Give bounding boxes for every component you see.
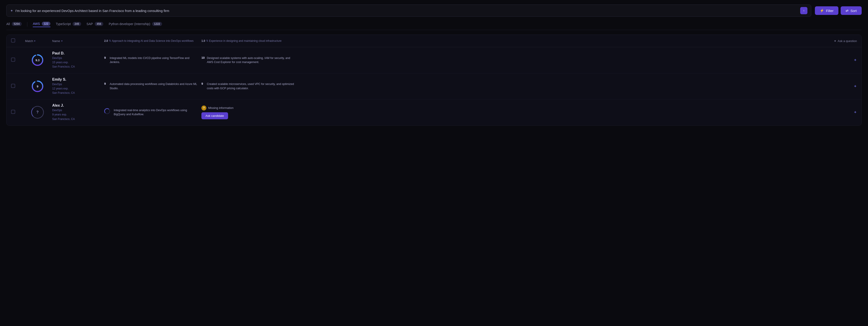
tab-aws[interactable]: AWS 122 (33, 22, 50, 27)
tab-all[interactable]: All 5204 (6, 22, 22, 27)
score-ring-svg-paul: 9.3 (31, 54, 44, 66)
table-row: ? Alex J. DevOps 9 years exp. San Franci… (6, 99, 862, 125)
emily-info: Emily S. DevOps 12 years exp. San Franci… (52, 77, 102, 95)
tab-all-label: All (6, 22, 10, 26)
match-chevron-icon: ▾ (34, 39, 35, 42)
select-emily-checkbox[interactable] (11, 84, 15, 88)
paul-col2: 10 Designed scalable systems with auto-s… (202, 56, 296, 65)
search-text[interactable]: I'm looking for an experienced DevOps Ar… (16, 9, 798, 13)
ask-question-header[interactable]: ✦ Ask a question (299, 39, 857, 43)
checkbox-cell-paul (11, 58, 23, 63)
alex-exp: 9 years exp. (52, 112, 102, 117)
tab-typescript-label: TypeScript (56, 22, 71, 26)
emily-role: DevOps (52, 82, 102, 87)
tab-sap-label: SAP (87, 22, 93, 26)
emily-score-text: 9 (37, 85, 38, 88)
name-label: Name (52, 39, 60, 43)
paul-name: Paul D. (52, 51, 102, 55)
sort-button[interactable]: ⇄ Sort (841, 6, 862, 15)
tab-aws-badge: 122 (42, 22, 51, 26)
tab-aws-label: AWS (33, 22, 40, 26)
score-ring-svg-emily: 9 (31, 80, 44, 93)
paul-col1-text: Integrated ML models into CI/CD pipeline… (110, 56, 199, 65)
emily-location: San Francisco, CA (52, 91, 102, 95)
alex-col2: ? Missing information Ask candidate (202, 105, 296, 119)
ask-candidate-button[interactable]: Ask candidate (202, 112, 228, 119)
score-ring-paul: 9.3 (25, 54, 50, 66)
emily-exp: 12 years exp. (52, 87, 102, 91)
checkbox-cell-alex (11, 110, 23, 115)
filter-label: Filter (826, 9, 833, 13)
header-checkbox-cell (11, 38, 23, 43)
match-label: Match (25, 39, 33, 43)
wand-header-icon: ✦ (834, 39, 836, 43)
emily-col1-text: Automated data processing workflows usin… (110, 82, 199, 91)
paul-exp: 15 years exp. (52, 60, 102, 65)
col2-sort-icon: ⇅ (206, 39, 208, 42)
header-name[interactable]: Name ▾ (52, 39, 102, 43)
filter-icon: ⚡ (820, 8, 824, 13)
col2-score: 1.0 (202, 39, 205, 43)
emily-name: Emily S. (52, 77, 102, 82)
col1-label: Approach to integrating AI and Data Scie… (112, 39, 194, 43)
tab-all-badge: 5204 (12, 22, 22, 26)
alex-missing-row: ? Missing information (202, 105, 234, 110)
alex-name: Alex J. (52, 103, 102, 107)
magic-wand-icon: ✦ (854, 84, 857, 89)
score-ring-alex: ? (25, 106, 50, 119)
header-match[interactable]: Match ▾ (25, 39, 50, 43)
tab-sap-badge: 456 (95, 22, 103, 26)
emily-col1-score: 9 (104, 82, 108, 86)
select-paul-checkbox[interactable] (11, 58, 15, 62)
alex-location: San Francisco, CA (52, 117, 102, 121)
col1-score: 2.0 (104, 39, 108, 43)
sort-icon: ⇄ (846, 8, 848, 13)
tabs-row: All 5204 AWS 122 TypeScript 245 SAP 456 … (6, 22, 862, 30)
paul-col2-score: 10 (202, 56, 205, 59)
paul-magic-button[interactable]: ✦ (299, 58, 857, 63)
score-ring-emily: 9 (25, 80, 50, 93)
paul-col1-score: 9 (104, 56, 108, 59)
header-col2: 1.0 ⇅ Experience in designing and mainta… (202, 39, 296, 43)
paul-info: Paul D. DevOps 15 years exp. San Francis… (52, 51, 102, 69)
col2-label: Experience in designing and maintaining … (209, 39, 282, 43)
magic-wand-icon: ✦ (854, 110, 857, 115)
paul-col2-text: Designed scalable systems with auto-scal… (207, 56, 296, 65)
select-alex-checkbox[interactable] (11, 110, 15, 114)
emily-magic-button[interactable]: ✦ (299, 84, 857, 89)
wand-icon: ✦ (10, 8, 13, 13)
checkbox-cell-emily (11, 84, 23, 89)
tab-typescript[interactable]: TypeScript 245 (56, 22, 81, 27)
tab-sap[interactable]: SAP 456 (87, 22, 103, 27)
alex-info: Alex J. DevOps 9 years exp. San Francisc… (52, 103, 102, 121)
name-chevron-icon: ▾ (61, 39, 63, 42)
search-submit-button[interactable]: ↑ (800, 7, 807, 14)
warning-icon: ? (202, 105, 206, 110)
paul-col1: 9 Integrated ML models into CI/CD pipeli… (104, 56, 199, 65)
filter-button[interactable]: ⚡ Filter (815, 6, 838, 15)
magic-wand-icon: ✦ (854, 58, 857, 63)
tab-python-label: Python developer (Internship) (109, 22, 150, 26)
paul-location: San Francisco, CA (52, 65, 102, 69)
table-row: 9.3 Paul D. DevOps 15 years exp. San Fra… (6, 47, 862, 73)
search-row: ✦ I'm looking for an experienced DevOps … (6, 4, 862, 17)
ask-question-label: Ask a question (838, 39, 857, 43)
emily-col2-text: Created scalable microservices, used VPC… (207, 82, 296, 91)
emily-col2: 9 Created scalable microservices, used V… (202, 82, 296, 91)
header-col1: 2.0 ⇅ Approach to integrating AI and Dat… (104, 39, 199, 43)
tab-python[interactable]: Python developer (Internship) 1222 (109, 22, 162, 27)
tab-divider (27, 22, 27, 27)
missing-info-text: Missing information (208, 106, 234, 109)
emily-col1: 9 Automated data processing workflows us… (104, 82, 199, 91)
sort-label: Sort (850, 9, 857, 13)
candidates-table: Match ▾ Name ▾ 2.0 ⇅ Approach to integra… (6, 35, 862, 126)
tab-typescript-badge: 245 (72, 22, 81, 26)
select-all-checkbox[interactable] (11, 38, 15, 42)
alex-role: DevOps (52, 108, 102, 112)
action-buttons: ⚡ Filter ⇄ Sort (815, 6, 862, 15)
col1-sort-icon: ⇅ (109, 39, 111, 42)
table-row: 9 Emily S. DevOps 12 years exp. San Fran… (6, 73, 862, 100)
alex-magic-button[interactable]: ✦ (299, 110, 857, 115)
score-unknown-alex: ? (31, 106, 44, 119)
tab-python-badge: 1222 (152, 22, 162, 26)
